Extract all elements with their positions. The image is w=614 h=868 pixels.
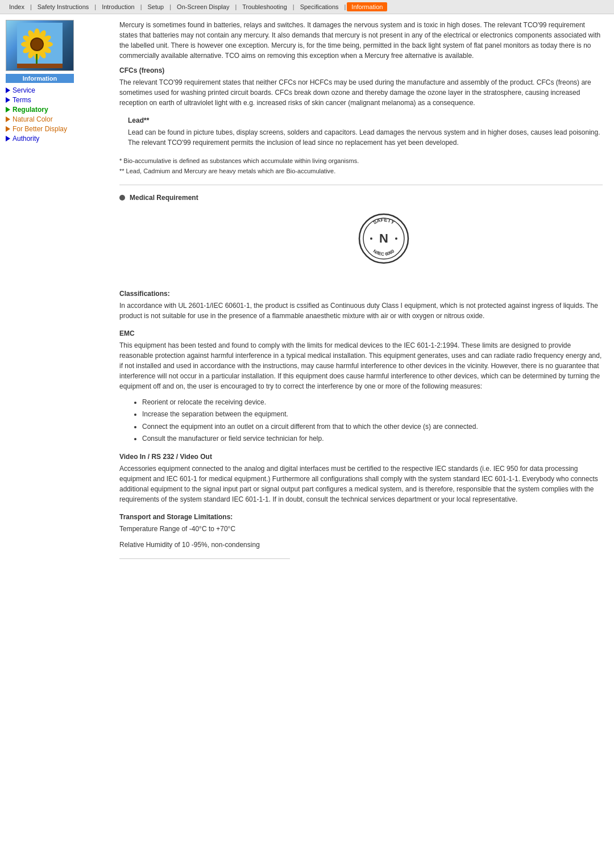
safety-logo-container: SAFETY N/IEC 6060 N: [119, 210, 603, 278]
triangle-icon: [6, 136, 10, 141]
divider-2: [119, 558, 290, 559]
transport-text1: Temperature Range of -40°C to +70°C: [119, 524, 603, 534]
sidebar-title: Information: [6, 74, 74, 83]
triangle-icon: [6, 107, 10, 112]
cfcs-text: The relevant TCO'99 requirement states t…: [119, 77, 603, 108]
sidebar-menu-item[interactable]: Terms: [6, 96, 108, 104]
list-item: Consult the manufacturer or field servic…: [142, 433, 603, 444]
sidebar-link-regulatory[interactable]: Regulatory: [13, 106, 48, 114]
sidebar-menu: ServiceTermsRegulatoryNatural ColorFor B…: [6, 86, 108, 143]
classifications-section: Classifications: In accordance with UL 2…: [119, 290, 603, 321]
nav-separator: |: [29, 3, 33, 10]
emc-section: EMC This equipment has been tested and f…: [119, 329, 603, 444]
transport-text2: Relative Humidity of 10 -95%, non-conden…: [119, 540, 603, 550]
lead-section: Lead** Lead can be found in picture tube…: [119, 116, 603, 148]
list-item: Reorient or relocate the receiving devic…: [142, 397, 603, 408]
transport-section: Transport and Storage Limitations: Tempe…: [119, 513, 603, 550]
sidebar-logo: [6, 20, 74, 71]
footnotes: * Bio-accumulative is defined as substan…: [119, 156, 603, 176]
nav-separator: |: [292, 3, 296, 10]
main-container: Information ServiceTermsRegulatoryNatura…: [0, 14, 614, 585]
bullet-circle-icon: [119, 195, 125, 201]
nav-item-on-screen-display[interactable]: On-Screen Display: [172, 2, 234, 11]
triangle-icon: [6, 97, 10, 103]
triangle-icon: [6, 87, 10, 93]
list-item: Connect the equipment into an outlet on …: [142, 422, 603, 432]
video-header: Video In / RS 232 / Video Out: [119, 453, 603, 461]
sidebar-link-for-better-display[interactable]: For Better Display: [13, 125, 67, 133]
sidebar: Information ServiceTermsRegulatoryNatura…: [0, 20, 114, 579]
nav-separator: |: [234, 3, 238, 10]
nav-item-information[interactable]: Information: [347, 2, 387, 11]
list-item: Increase the separation between the equi…: [142, 409, 603, 420]
mercury-paragraph: Mercury is sometimes found in batteries,…: [119, 20, 603, 61]
transport-header: Transport and Storage Limitations:: [119, 513, 603, 521]
emc-bullet-list: Reorient or relocate the receiving devic…: [119, 397, 603, 444]
nav-item-troubleshooting[interactable]: Troubleshooting: [238, 2, 291, 11]
navigation-bar: Index|Safety Instructions|Introduction|S…: [0, 0, 614, 14]
sidebar-menu-item[interactable]: Authority: [6, 135, 108, 143]
main-content: Mercury is sometimes found in batteries,…: [114, 20, 614, 579]
nav-item-index[interactable]: Index: [5, 2, 29, 11]
video-section: Video In / RS 232 / Video Out Accessorie…: [119, 453, 603, 504]
classifications-text: In accordance with UL 2601-1/IEC 60601-1…: [119, 301, 603, 321]
divider-1: [119, 185, 603, 185]
cfcs-header: CFCs (freons): [119, 66, 603, 74]
cfcs-section: CFCs (freons) The relevant TCO'99 requir…: [119, 66, 603, 108]
classifications-header: Classifications:: [119, 290, 603, 298]
sidebar-menu-item[interactable]: Service: [6, 86, 108, 94]
nav-item-setup[interactable]: Setup: [143, 2, 168, 11]
triangle-icon: [6, 126, 10, 132]
medical-req-label: Medical Requirement: [130, 194, 198, 202]
sidebar-link-terms[interactable]: Terms: [13, 96, 31, 104]
nav-item-introduction[interactable]: Introduction: [97, 2, 139, 11]
svg-rect-16: [17, 64, 63, 68]
nav-separator: |: [168, 3, 172, 10]
lead-header: Lead**: [119, 116, 603, 124]
sidebar-menu-item[interactable]: Regulatory: [6, 106, 108, 114]
svg-point-23: [395, 237, 397, 240]
footnote1: * Bio-accumulative is defined as substan…: [119, 156, 603, 166]
sidebar-link-service[interactable]: Service: [13, 86, 35, 94]
sidebar-menu-item[interactable]: Natural Color: [6, 115, 108, 123]
video-text: Accessories equipment connected to the a…: [119, 464, 603, 504]
sidebar-menu-item[interactable]: For Better Display: [6, 125, 108, 133]
nav-item-safety-instructions[interactable]: Safety Instructions: [33, 2, 94, 11]
svg-point-22: [370, 237, 372, 240]
emc-text: This equipment has been tested and found…: [119, 340, 603, 391]
medical-requirement-header: Medical Requirement: [119, 194, 603, 202]
triangle-icon: [6, 116, 10, 122]
footnote2: ** Lead, Cadmium and Mercury are heavy m…: [119, 166, 603, 177]
safety-logo: SAFETY N/IEC 6060 N: [355, 210, 412, 267]
sidebar-link-natural-color[interactable]: Natural Color: [13, 115, 53, 123]
emc-header: EMC: [119, 329, 603, 337]
lead-text: Lead can be found in picture tubes, disp…: [119, 127, 603, 148]
nav-item-specifications[interactable]: Specifications: [296, 2, 343, 11]
nav-separator: |: [139, 3, 143, 10]
nav-separator: |: [343, 3, 347, 10]
svg-point-14: [31, 39, 43, 50]
svg-text:N: N: [379, 231, 388, 245]
sidebar-link-authority[interactable]: Authority: [13, 135, 39, 143]
nav-separator: |: [93, 3, 97, 10]
